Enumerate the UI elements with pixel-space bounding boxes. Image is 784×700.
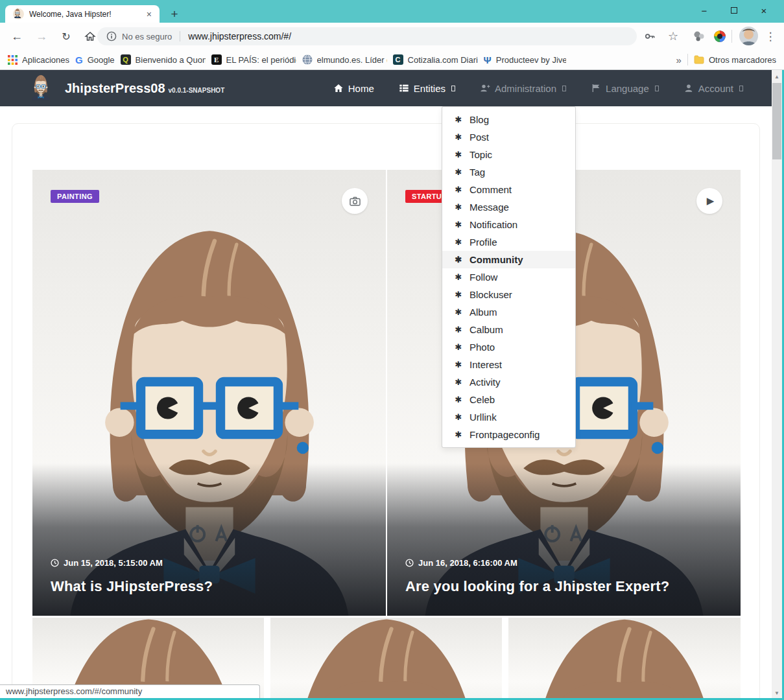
entities-menu-item[interactable]: ✱ Blog [442, 111, 575, 128]
asterisk-icon: ✱ [454, 255, 463, 264]
entities-menu-item[interactable]: ✱ Calbum [442, 321, 575, 338]
hipster-logo-icon [29, 73, 57, 103]
asterisk-icon: ✱ [454, 395, 463, 404]
caret-down-icon [451, 86, 455, 91]
bookmark-cotizalia[interactable]: C Cotizalia.com Diario [393, 54, 478, 65]
asterisk-icon: ✱ [454, 150, 463, 159]
back-button[interactable]: ← [9, 29, 25, 44]
close-button[interactable]: × [749, 0, 779, 21]
category-badge[interactable]: PAINTING [51, 190, 99, 203]
maximize-button[interactable] [719, 0, 749, 21]
asterisk-icon: ✱ [454, 430, 463, 439]
tab-close-button[interactable]: × [144, 9, 154, 19]
page-scrollbar[interactable]: ▲ ▼ [772, 70, 782, 700]
folder-icon [694, 55, 704, 64]
extension-spheres-button[interactable] [691, 29, 707, 44]
quoner-icon: Q [121, 54, 131, 65]
post-title[interactable]: What is JHipsterPress? [51, 578, 368, 595]
hipster-avatar-image [270, 618, 502, 700]
info-icon [106, 31, 117, 41]
apps-grid-icon [8, 55, 18, 65]
entities-dropdown-menu: ✱ Blog ✱ Post ✱ Topic ✱ Tag [442, 106, 576, 448]
browser-toolbar: ← → ↻ No es seguro www.jhipsterpress.com… [0, 23, 784, 50]
asterisk-icon: ✱ [454, 377, 463, 387]
hipster-avatar-image [508, 618, 741, 700]
entities-menu-item[interactable]: ✱ Follow [442, 268, 575, 286]
entities-menu-item[interactable]: ✱ Interest [442, 356, 575, 373]
app-navbar: JhipsterPress08 v0.0.1-SNAPSHOT Home Ent… [0, 70, 772, 106]
entities-menu-item[interactable]: ✱ Urllink [442, 408, 575, 426]
post-card[interactable] [508, 618, 741, 700]
producteev-icon: Ψ [484, 54, 492, 65]
profile-avatar[interactable] [739, 27, 758, 45]
nav-item-entities[interactable]: Entities [399, 83, 455, 94]
post-date: Jun 15, 2018, 5:15:00 AM [51, 558, 368, 568]
home-icon [84, 30, 96, 42]
post-card[interactable] [270, 618, 502, 700]
scroll-up-icon[interactable]: ▲ [772, 71, 782, 82]
entities-menu-item[interactable]: ✱ Notification [442, 216, 575, 233]
post-overlay: Jun 16, 2018, 6:16:00 AM Are you looking… [387, 463, 741, 616]
bookmark-star-button[interactable]: ☆ [665, 29, 681, 44]
entities-menu-item[interactable]: ✱ Community [442, 251, 575, 268]
post-overlay: Jun 15, 2018, 5:15:00 AM What is JHipste… [32, 463, 386, 616]
other-bookmarks-button[interactable]: Otros marcadores [694, 55, 776, 65]
bookmark-elmundo[interactable]: elmundo.es. Líder de [302, 54, 387, 65]
entities-menu-item[interactable]: ✱ Profile [442, 233, 575, 251]
brand[interactable]: JhipsterPress08 v0.0.1-SNAPSHOT [29, 73, 224, 103]
entities-menu-item[interactable]: ✱ Album [442, 303, 575, 321]
globe-icon [302, 54, 313, 65]
bookmark-quoner[interactable]: Q Bienvenido a Quoner [121, 54, 206, 65]
browser-tab[interactable]: Welcome, Java Hipster! × [5, 5, 160, 23]
play-button[interactable]: ▶ [696, 188, 722, 214]
security-label[interactable]: No es seguro [122, 32, 172, 41]
home-icon [333, 83, 344, 93]
entities-menu-item[interactable]: ✱ Topic [442, 146, 575, 163]
bookmark-producteev[interactable]: Ψ Producteev by Jive - [484, 54, 566, 65]
camera-button[interactable] [342, 188, 368, 214]
entities-menu-item[interactable]: ✱ Tag [442, 163, 575, 181]
nav-item-home[interactable]: Home [333, 83, 374, 94]
reload-button[interactable]: ↻ [58, 29, 74, 44]
entities-menu-item[interactable]: ✱ Comment [442, 181, 575, 198]
entities-menu-item[interactable]: ✱ Celeb [442, 391, 575, 408]
asterisk-icon: ✱ [454, 360, 463, 369]
minimize-button[interactable]: − [689, 0, 719, 21]
entities-menu-item[interactable]: ✱ Activity [442, 373, 575, 391]
tab-title: Welcome, Java Hipster! [29, 10, 144, 19]
bookmark-aplicaciones[interactable]: Aplicaciones [8, 55, 69, 65]
entities-menu-item[interactable]: ✱ Message [442, 198, 575, 216]
entities-menu-item[interactable]: ✱ Post [442, 128, 575, 146]
password-key-button[interactable] [642, 29, 658, 44]
home-button[interactable] [82, 29, 98, 44]
nav-item-language[interactable]: Language [591, 83, 659, 94]
profile-photo-icon [739, 27, 758, 45]
bookmarks-divider [687, 54, 688, 65]
entities-menu-item[interactable]: ✱ Blockuser [442, 286, 575, 303]
entities-menu-item[interactable]: ✱ Photo [442, 338, 575, 356]
entities-menu-item[interactable]: ✱ Frontpageconfig [442, 426, 575, 443]
extension-lens-button[interactable] [712, 29, 728, 44]
post-card-painting[interactable]: PAINTING Jun 15, 2018, 5:15:00 AM What i… [32, 170, 386, 616]
bookmarks-overflow-button[interactable]: » [676, 54, 682, 65]
caret-down-icon [655, 86, 659, 91]
asterisk-icon: ✱ [454, 290, 463, 299]
nav-item-administration[interactable]: Administration [480, 83, 566, 94]
bookmark-google[interactable]: G Google [75, 54, 115, 65]
post-title[interactable]: Are you looking for a Jhipster Expert? [405, 578, 722, 595]
clock-icon [405, 559, 414, 567]
scroll-down-icon[interactable]: ▼ [772, 688, 782, 698]
bookmarks-bar: Aplicaciones G Google Q Bienvenido a Quo… [0, 50, 784, 70]
new-tab-button[interactable]: + [166, 6, 183, 23]
cotizalia-icon: C [393, 54, 403, 65]
post-date: Jun 16, 2018, 6:16:00 AM [405, 558, 722, 568]
url-text[interactable]: www.jhipsterpress.com/#/ [188, 31, 291, 41]
nav-item-account[interactable]: Account [683, 83, 743, 94]
scrollbar-thumb[interactable] [772, 83, 781, 159]
chrome-menu-button[interactable]: ⋮ [763, 29, 778, 44]
forward-button[interactable]: → [34, 29, 49, 44]
bookmark-elpais[interactable]: E EL PAÍS: el periódico [211, 54, 296, 65]
address-bar[interactable]: No es seguro www.jhipsterpress.com/#/ [97, 27, 637, 45]
asterisk-icon: ✱ [454, 115, 463, 124]
maximize-icon [731, 7, 737, 14]
